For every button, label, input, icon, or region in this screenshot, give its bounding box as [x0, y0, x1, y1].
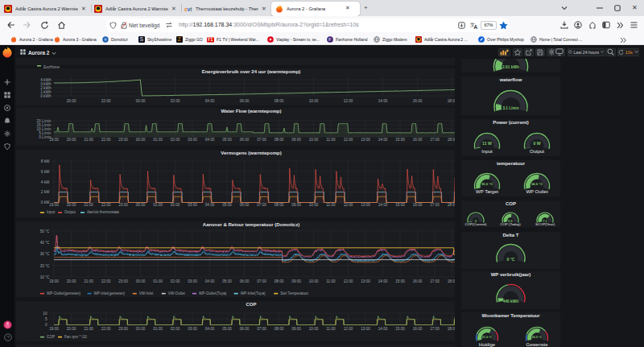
svg-text:01:00: 01:00: [153, 279, 163, 283]
svg-text:03:00: 03:00: [188, 279, 197, 283]
svg-text:21:00: 21:00: [84, 279, 93, 283]
svg-text:11:00: 11:00: [326, 138, 336, 142]
svg-text:15 L/min: 15 L/min: [37, 123, 52, 127]
svg-text:0 W: 0 W: [533, 141, 540, 146]
svg-text:21:00: 21:00: [84, 138, 93, 142]
svg-text:22:00: 22:00: [101, 327, 111, 331]
svg-text:VW-Inlet: VW-Inlet: [139, 291, 154, 295]
svg-text:0 °C: 0 °C: [506, 257, 514, 262]
svg-text:10 L/min: 10 L/min: [37, 127, 52, 131]
svg-text:06:00: 06:00: [240, 203, 250, 207]
svg-text:02:00: 02:00: [171, 203, 180, 207]
svg-text:08:00: 08:00: [275, 279, 284, 283]
svg-text:14:00: 14:00: [378, 99, 388, 103]
svg-text:Fan rpm * /10: Fan rpm * /10: [64, 335, 87, 339]
svg-text:02:00: 02:00: [171, 138, 180, 142]
svg-text:10:00: 10:00: [309, 99, 319, 103]
svg-text:Energieverbruik over 24 uur (w: Energieverbruik over 24 uur (warmtepomp): [202, 69, 301, 74]
svg-text:0 kWh: 0 kWh: [40, 94, 52, 98]
svg-text:12:00: 12:00: [344, 279, 353, 283]
svg-text:13:00: 13:00: [361, 203, 370, 207]
svg-text:23:00: 23:00: [118, 327, 128, 331]
svg-text:Aan/uit thermostaat: Aan/uit thermostaat: [87, 210, 120, 214]
svg-text:SCOP(Year): SCOP(Year): [535, 222, 555, 226]
svg-text:WP-Outlet(Tuya): WP-Outlet(Tuya): [199, 291, 227, 295]
svg-text:02:00: 02:00: [171, 327, 180, 331]
svg-text:00:00: 00:00: [136, 203, 146, 207]
svg-text:Vermogens (warmtepomp): Vermogens (warmtepomp): [221, 151, 281, 155]
svg-text:12:00: 12:00: [344, 138, 353, 142]
svg-text:F: F: [328, 37, 332, 42]
svg-text:COP: COP: [506, 201, 516, 206]
svg-text:5: 5: [45, 317, 47, 321]
svg-text:08:00: 08:00: [275, 327, 284, 331]
svg-text:Aanvoer & Retour temperatuur (: Aanvoer & Retour temperatuur (Domoticz): [203, 222, 299, 227]
svg-text:07:00: 07:00: [257, 203, 266, 207]
svg-text:01:00: 01:00: [153, 138, 163, 142]
svg-text:Stel Temperatuur: Stel Temperatuur: [280, 291, 308, 295]
svg-text:Output: Output: [64, 210, 76, 214]
svg-text:20:00: 20:00: [67, 138, 76, 142]
svg-text:10:00: 10:00: [309, 279, 319, 283]
svg-text:10:00: 10:00: [309, 203, 319, 207]
svg-text:19:00: 19:00: [49, 138, 59, 142]
svg-text:18:00: 18:00: [448, 327, 455, 331]
svg-text:30 °C: 30 °C: [40, 252, 50, 256]
svg-text:Input: Input: [481, 149, 493, 154]
svg-text:35.0 °C: 35.0 °C: [481, 182, 494, 186]
svg-text:3 kWh: 3 kWh: [40, 82, 52, 86]
svg-text:Output: Output: [530, 149, 544, 154]
svg-text:34.0 °C: 34.0 °C: [531, 182, 544, 186]
svg-text:00:00: 00:00: [136, 99, 146, 103]
svg-text:20:00: 20:00: [67, 327, 76, 331]
svg-text:03:00: 03:00: [188, 138, 197, 142]
svg-text:0: 0: [45, 323, 47, 327]
svg-text:17:00: 17:00: [430, 279, 440, 283]
svg-text:A: A: [474, 23, 478, 29]
svg-text:WP verbruik(jaar): WP verbruik(jaar): [491, 272, 531, 277]
svg-text:WP-Inlet(gemeten): WP-Inlet(gemeten): [94, 291, 126, 295]
svg-text:14:00: 14:00: [378, 279, 388, 283]
svg-text:05:00: 05:00: [222, 138, 232, 142]
svg-text:Power (current): Power (current): [493, 120, 528, 125]
svg-text:10:00: 10:00: [309, 138, 319, 142]
svg-text:16:00: 16:00: [413, 279, 423, 283]
svg-text:08:00: 08:00: [275, 203, 284, 207]
svg-text:22:00: 22:00: [101, 203, 111, 207]
svg-text:16:00: 16:00: [413, 138, 423, 142]
svg-text:COP(Current): COP(Current): [464, 222, 487, 226]
svg-text:14:00: 14:00: [378, 327, 388, 331]
svg-text:06:00: 06:00: [240, 99, 250, 103]
svg-text:18:00: 18:00: [448, 279, 455, 283]
svg-text:F1: F1: [208, 37, 213, 42]
svg-text:08:00: 08:00: [275, 138, 284, 142]
svg-text:09:00: 09:00: [291, 203, 301, 207]
svg-text:15:00: 15:00: [395, 138, 405, 142]
svg-text:Z: Z: [178, 36, 181, 42]
svg-text:05:00: 05:00: [222, 327, 232, 331]
svg-text:19:00: 19:00: [49, 327, 59, 331]
svg-text:22:00: 22:00: [101, 99, 111, 103]
svg-text:16:00: 16:00: [413, 327, 423, 331]
svg-text:8 kW: 8 kW: [41, 159, 50, 163]
svg-text:06:00: 06:00: [240, 327, 250, 331]
svg-text:04:00: 04:00: [205, 279, 215, 283]
svg-text:11 W: 11 W: [482, 141, 492, 146]
svg-text:02:00: 02:00: [171, 279, 180, 283]
svg-text:07:00: 07:00: [257, 279, 266, 283]
svg-text:WP-Outlet(gemeten): WP-Outlet(gemeten): [47, 291, 81, 295]
svg-text:2 kW: 2 kW: [41, 190, 50, 194]
svg-text:COP (Today): COP (Today): [500, 222, 521, 226]
svg-text:16:00: 16:00: [413, 203, 423, 207]
svg-text:21:00: 21:00: [84, 203, 93, 207]
svg-text:06:00: 06:00: [240, 138, 250, 142]
svg-text:10:00: 10:00: [309, 327, 319, 331]
svg-text:17:00: 17:00: [430, 138, 440, 142]
svg-text:13:00: 13:00: [361, 279, 370, 283]
svg-text:09:00: 09:00: [291, 138, 301, 142]
svg-text:19:00: 19:00: [49, 279, 59, 283]
svg-text:VW-Outlet: VW-Outlet: [168, 291, 186, 295]
svg-text:02:00: 02:00: [171, 99, 180, 103]
svg-text:04:00: 04:00: [205, 203, 215, 207]
svg-text:COP: COP: [246, 302, 256, 307]
